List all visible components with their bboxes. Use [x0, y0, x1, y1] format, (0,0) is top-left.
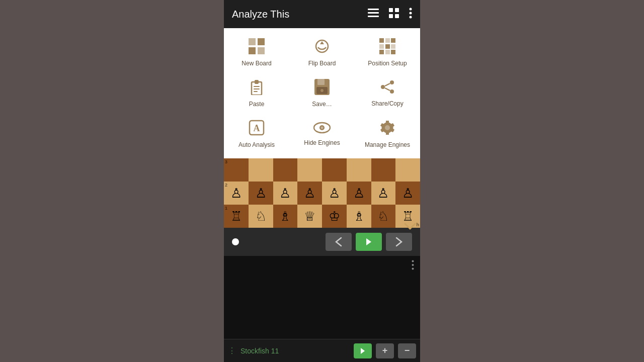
svg-rect-28 — [254, 91, 258, 92]
flip-board-button[interactable]: Flip Board — [289, 32, 355, 73]
cell-a2[interactable]: 2♙ — [224, 182, 249, 205]
share-copy-button[interactable]: Share/Copy — [355, 73, 420, 114]
cell-b2[interactable]: ♙ — [249, 182, 273, 205]
app-title: Analyze This — [232, 9, 289, 20]
cell-a3[interactable]: 3 — [224, 158, 249, 182]
svg-rect-23 — [391, 50, 395, 54]
svg-rect-30 — [317, 79, 325, 85]
svg-rect-21 — [379, 50, 384, 54]
svg-line-36 — [385, 83, 390, 86]
engine-name: Stockfish 11 — [240, 347, 350, 355]
cell-g1[interactable]: ♘ — [371, 205, 396, 228]
manage-engines-button[interactable]: Manage Engines — [355, 114, 420, 154]
auto-analysis-button[interactable]: A Auto Analysis — [224, 114, 289, 154]
svg-rect-18 — [379, 44, 384, 49]
svg-text:A: A — [254, 123, 260, 133]
flip-board-icon — [314, 38, 330, 57]
cell-c3[interactable] — [273, 158, 298, 182]
cell-f3[interactable] — [347, 158, 371, 182]
flip-board-label: Flip Board — [308, 60, 336, 67]
svg-rect-19 — [385, 44, 390, 49]
header: Analyze This — [224, 0, 420, 28]
cell-e1[interactable]: ♔ — [322, 205, 347, 228]
svg-point-9 — [410, 16, 412, 18]
position-setup-button[interactable]: Position Setup — [355, 32, 420, 73]
gear-icon — [379, 120, 395, 138]
paste-icon — [250, 79, 264, 98]
auto-analysis-icon: A — [249, 120, 265, 138]
chess-board-area: 3 2♙ ♙ ♙ ♙ ♙ ♙ ♙ ♙ 1♖ — [224, 158, 420, 228]
svg-rect-25 — [255, 80, 259, 84]
svg-point-8 — [410, 12, 412, 14]
menu-grid: New Board Flip Board — [224, 28, 420, 158]
engine-panel: ⋮ Stockfish 11 + − — [224, 256, 420, 362]
svg-rect-22 — [385, 50, 390, 54]
cell-h2[interactable]: ♙ — [395, 182, 420, 205]
cell-f1[interactable]: ♗ — [347, 205, 371, 228]
save-icon — [314, 79, 330, 98]
chess-board[interactable]: 3 2♙ ♙ ♙ ♙ ♙ ♙ ♙ ♙ 1♖ — [224, 158, 420, 228]
cell-c2[interactable]: ♙ — [273, 182, 298, 205]
svg-point-34 — [381, 85, 385, 89]
cell-b3[interactable] — [249, 158, 273, 182]
hide-engines-label: Hide Engines — [304, 139, 340, 146]
prev-button[interactable] — [326, 233, 352, 251]
svg-rect-5 — [389, 14, 393, 18]
paste-button[interactable]: Paste — [224, 73, 289, 114]
svg-rect-16 — [385, 38, 390, 43]
cell-e3[interactable] — [322, 158, 347, 182]
cell-h3[interactable] — [395, 158, 420, 182]
svg-rect-1 — [368, 12, 379, 14]
cell-b1[interactable]: ♘ — [249, 205, 273, 228]
svg-rect-15 — [379, 38, 384, 43]
svg-rect-11 — [258, 38, 265, 45]
svg-point-43 — [385, 125, 390, 130]
engine-play-button[interactable] — [354, 343, 372, 358]
svg-rect-10 — [249, 38, 256, 45]
share-copy-label: Share/Copy — [371, 100, 403, 107]
svg-rect-17 — [391, 38, 395, 43]
position-setup-icon — [379, 38, 395, 57]
svg-point-7 — [410, 8, 412, 10]
cell-g3[interactable] — [371, 158, 396, 182]
new-board-button[interactable]: New Board — [224, 32, 289, 73]
cell-d2[interactable]: ♙ — [297, 182, 322, 205]
svg-point-33 — [390, 80, 394, 84]
hide-engines-button[interactable]: Hide Engines — [289, 114, 355, 154]
svg-rect-2 — [368, 16, 379, 17]
cell-d1[interactable]: ♕ — [297, 205, 322, 228]
chevron-down-icon[interactable] — [404, 221, 416, 234]
next-button[interactable] — [386, 233, 412, 251]
grid-icon[interactable] — [389, 8, 399, 21]
auto-analysis-label: Auto Analysis — [238, 141, 275, 148]
new-board-icon — [249, 38, 265, 57]
cell-d3[interactable] — [297, 158, 322, 182]
board-row-2: 2♙ ♙ ♙ ♙ ♙ ♙ ♙ ♙ — [224, 182, 420, 205]
engine-minus-button[interactable]: − — [398, 343, 416, 358]
board-row-1: 1♖ ♘ ♗ ♕ ♔ ♗ ♘ ♖h — [224, 205, 420, 228]
more-vertical-icon[interactable] — [409, 8, 412, 21]
engine-row-stockfish: ⋮ Stockfish 11 + − — [224, 339, 420, 362]
svg-rect-4 — [395, 8, 399, 12]
cell-e2[interactable]: ♙ — [322, 182, 347, 205]
engine-plus-button[interactable]: + — [376, 343, 394, 358]
svg-rect-3 — [389, 8, 393, 12]
position-setup-label: Position Setup — [368, 60, 407, 67]
cell-c1[interactable]: ♗ — [273, 205, 298, 228]
save-button[interactable]: Save… — [289, 73, 355, 114]
engine-more-icon[interactable] — [412, 260, 414, 273]
svg-rect-0 — [368, 9, 379, 10]
list-icon[interactable] — [368, 9, 379, 20]
paste-label: Paste — [249, 101, 265, 108]
share-icon — [380, 79, 395, 97]
cell-f2[interactable]: ♙ — [347, 182, 371, 205]
svg-point-46 — [412, 268, 414, 270]
header-icons — [368, 8, 412, 21]
cell-a1[interactable]: 1♖ — [224, 205, 249, 228]
cell-g2[interactable]: ♙ — [371, 182, 396, 205]
svg-rect-26 — [254, 86, 260, 87]
left-panel — [0, 0, 224, 362]
svg-line-37 — [385, 88, 390, 90]
play-button[interactable] — [356, 233, 382, 251]
new-board-label: New Board — [242, 60, 271, 67]
